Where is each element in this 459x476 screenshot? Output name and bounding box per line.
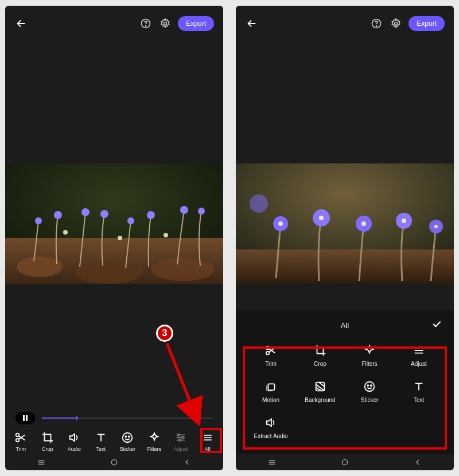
svg-point-2 — [164, 22, 167, 25]
tool-label: Audio — [68, 446, 81, 452]
tool-row: Trim Crop Audio Text Sticker Filters Adj… — [5, 431, 223, 452]
svg-rect-34 — [236, 249, 454, 284]
sliders-icon — [174, 431, 187, 444]
tool-label: Sticker — [119, 446, 135, 452]
nav-recents-icon[interactable] — [267, 458, 277, 467]
tool-crop[interactable]: Crop — [35, 431, 60, 452]
tool-label: Text — [96, 446, 106, 452]
help-icon — [371, 18, 382, 29]
tool-filters[interactable]: Filters — [142, 431, 167, 452]
svg-point-53 — [342, 459, 347, 465]
svg-point-27 — [182, 436, 184, 439]
android-navbar — [5, 454, 223, 470]
top-bar: Export — [5, 6, 223, 37]
svg-point-22 — [16, 439, 20, 442]
svg-point-21 — [16, 434, 20, 437]
tool-label: Trim — [15, 446, 26, 452]
svg-point-38 — [319, 216, 324, 220]
video-preview[interactable] — [236, 163, 454, 284]
help-button[interactable] — [369, 17, 383, 30]
svg-point-44 — [434, 225, 438, 228]
svg-point-7 — [151, 258, 215, 281]
pause-icon — [22, 415, 28, 421]
svg-point-36 — [278, 221, 283, 226]
svg-point-26 — [178, 434, 180, 436]
arrow-left-icon — [15, 17, 28, 30]
svg-point-6 — [74, 261, 143, 284]
help-button[interactable] — [139, 17, 153, 30]
annotation-step-badge: 3 — [156, 325, 173, 342]
back-button[interactable] — [14, 17, 28, 30]
annotation-highlight-panel — [243, 346, 447, 450]
tool-sticker[interactable]: Sticker — [115, 431, 140, 452]
scissors-icon — [14, 431, 27, 444]
svg-point-18 — [164, 233, 168, 237]
svg-point-14 — [180, 206, 188, 214]
gear-icon — [160, 18, 171, 29]
nav-back-icon[interactable] — [413, 458, 422, 467]
tool-adjust[interactable]: Adjust — [168, 431, 193, 452]
tool-label: Adjust — [174, 446, 188, 452]
svg-point-24 — [126, 436, 127, 437]
nav-home-icon[interactable] — [340, 458, 349, 467]
svg-point-28 — [179, 439, 181, 442]
annotation-arrow — [160, 341, 217, 433]
top-bar: Export — [236, 6, 454, 37]
svg-point-17 — [118, 236, 122, 240]
pause-button[interactable] — [15, 412, 35, 424]
svg-point-1 — [146, 26, 146, 26]
back-button[interactable] — [245, 17, 259, 30]
confirm-button[interactable] — [431, 318, 442, 331]
svg-point-40 — [361, 221, 366, 226]
settings-button[interactable] — [158, 17, 172, 30]
tool-text[interactable]: Text — [88, 431, 114, 452]
svg-point-25 — [129, 436, 130, 437]
arrow-left-icon — [246, 17, 258, 30]
speaker-icon — [68, 431, 80, 444]
crop-icon — [41, 431, 54, 444]
tool-audio[interactable]: Audio — [61, 431, 87, 452]
nav-back-icon[interactable] — [182, 458, 192, 467]
svg-point-12 — [127, 217, 134, 224]
nav-recents-icon[interactable] — [37, 458, 46, 467]
video-preview[interactable] — [5, 163, 223, 284]
settings-button[interactable] — [389, 17, 403, 30]
svg-point-15 — [198, 208, 205, 214]
tool-label: Crop — [42, 446, 53, 452]
svg-point-31 — [376, 26, 377, 26]
svg-point-16 — [63, 230, 68, 235]
nav-home-icon[interactable] — [110, 458, 119, 467]
export-button[interactable]: Export — [178, 16, 214, 31]
help-icon — [140, 18, 151, 29]
phone-screen-left: Export — [5, 6, 223, 470]
sparkle-icon — [148, 431, 161, 444]
tool-label: Filters — [147, 446, 162, 452]
svg-point-5 — [17, 256, 63, 277]
svg-point-9 — [54, 211, 62, 219]
smile-icon — [121, 431, 134, 444]
gear-icon — [390, 18, 402, 29]
svg-point-13 — [147, 211, 155, 219]
phone-screen-right: Export — [236, 6, 454, 470]
svg-point-10 — [81, 208, 90, 216]
svg-point-23 — [123, 433, 133, 443]
android-navbar — [236, 454, 454, 470]
svg-point-8 — [35, 217, 42, 224]
svg-point-45 — [250, 194, 268, 213]
panel-header: All — [242, 317, 448, 333]
svg-point-32 — [395, 22, 398, 25]
panel-title: All — [341, 321, 349, 330]
svg-point-42 — [402, 219, 406, 223]
svg-point-11 — [100, 210, 108, 218]
svg-rect-19 — [23, 415, 25, 421]
check-icon — [431, 318, 442, 330]
text-icon — [95, 431, 107, 444]
svg-point-29 — [111, 459, 116, 465]
export-button[interactable]: Export — [409, 16, 445, 31]
svg-rect-20 — [26, 415, 28, 421]
tool-trim[interactable]: Trim — [8, 431, 33, 452]
